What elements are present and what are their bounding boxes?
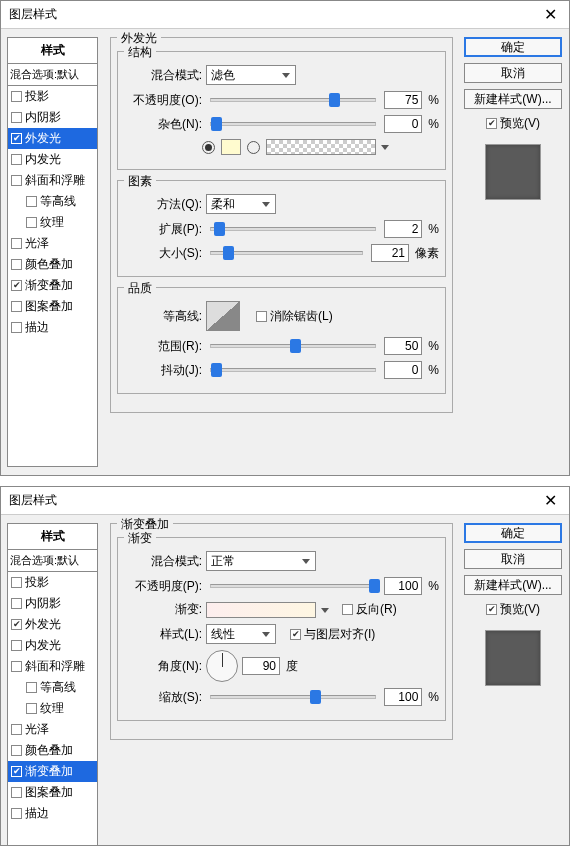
sidebar-item-gradient-overlay[interactable]: 渐变叠加 bbox=[8, 761, 97, 782]
sidebar-item-texture[interactable]: 纹理 bbox=[8, 212, 97, 233]
cancel-button[interactable]: 取消 bbox=[464, 549, 562, 569]
sidebar-item-contour[interactable]: 等高线 bbox=[8, 677, 97, 698]
opacity-label: 不透明度(O): bbox=[124, 92, 202, 109]
checkbox-icon[interactable] bbox=[11, 661, 22, 672]
glow-color-swatch[interactable] bbox=[221, 139, 241, 155]
sidebar-item-outer-glow[interactable]: 外发光 bbox=[8, 614, 97, 635]
sidebar-item-pattern-overlay[interactable]: 图案叠加 bbox=[8, 782, 97, 803]
checkbox-icon[interactable] bbox=[11, 154, 22, 165]
align-checkbox[interactable]: 与图层对齐(I) bbox=[290, 626, 375, 643]
sidebar-item-contour[interactable]: 等高线 bbox=[8, 191, 97, 212]
noise-slider[interactable] bbox=[210, 122, 376, 126]
checkbox-icon[interactable] bbox=[11, 640, 22, 651]
scale-input[interactable]: 100 bbox=[384, 688, 422, 706]
size-slider[interactable] bbox=[210, 251, 363, 255]
checkbox-icon[interactable] bbox=[11, 745, 22, 756]
ok-button[interactable]: 确定 bbox=[464, 523, 562, 543]
blend-mode-select[interactable]: 滤色 bbox=[206, 65, 296, 85]
checkbox-icon[interactable] bbox=[26, 217, 37, 228]
contour-picker[interactable] bbox=[206, 301, 240, 331]
sidebar-item-inner-shadow[interactable]: 内阴影 bbox=[8, 107, 97, 128]
sidebar-blend-defaults[interactable]: 混合选项:默认 bbox=[8, 64, 97, 86]
dialog-title: 图层样式 bbox=[9, 492, 57, 509]
opacity-slider[interactable] bbox=[210, 98, 376, 102]
style-label: 样式(L): bbox=[124, 626, 202, 643]
sidebar-item-gradient-overlay[interactable]: 渐变叠加 bbox=[8, 275, 97, 296]
preview-checkbox[interactable]: 预览(V) bbox=[486, 601, 540, 618]
checkbox-icon[interactable] bbox=[11, 766, 22, 777]
checkbox-icon[interactable] bbox=[11, 322, 22, 333]
spread-input[interactable]: 2 bbox=[384, 220, 422, 238]
checkbox-icon[interactable] bbox=[11, 259, 22, 270]
checkbox-icon[interactable] bbox=[11, 238, 22, 249]
color-radio-solid[interactable] bbox=[202, 141, 215, 154]
sidebar-item-stroke[interactable]: 描边 bbox=[8, 317, 97, 338]
sidebar-item-inner-shadow[interactable]: 内阴影 bbox=[8, 593, 97, 614]
sidebar-item-texture[interactable]: 纹理 bbox=[8, 698, 97, 719]
sidebar-item-outer-glow[interactable]: 外发光 bbox=[8, 128, 97, 149]
preview-checkbox[interactable]: 预览(V) bbox=[486, 115, 540, 132]
checkbox-icon[interactable] bbox=[11, 280, 22, 291]
checkbox-icon[interactable] bbox=[11, 91, 22, 102]
technique-select[interactable]: 柔和 bbox=[206, 194, 276, 214]
checkbox-icon[interactable] bbox=[11, 808, 22, 819]
opacity-input[interactable]: 75 bbox=[384, 91, 422, 109]
checkbox-icon bbox=[486, 604, 497, 615]
checkbox-icon[interactable] bbox=[11, 112, 22, 123]
jitter-slider[interactable] bbox=[210, 368, 376, 372]
sidebar-blend-defaults[interactable]: 混合选项:默认 bbox=[8, 550, 97, 572]
close-icon[interactable]: ✕ bbox=[540, 491, 561, 510]
spread-slider[interactable] bbox=[210, 227, 376, 231]
style-select[interactable]: 线性 bbox=[206, 624, 276, 644]
opacity-slider[interactable] bbox=[210, 584, 376, 588]
anti-alias-checkbox[interactable]: 消除锯齿(L) bbox=[256, 308, 333, 325]
range-slider[interactable] bbox=[210, 344, 376, 348]
blend-mode-label: 混合模式: bbox=[124, 553, 202, 570]
checkbox-icon[interactable] bbox=[26, 682, 37, 693]
checkbox-icon[interactable] bbox=[11, 133, 22, 144]
size-input[interactable]: 21 bbox=[371, 244, 409, 262]
new-style-button[interactable]: 新建样式(W)... bbox=[464, 89, 562, 109]
color-radio-gradient[interactable] bbox=[247, 141, 260, 154]
sidebar-item-drop-shadow[interactable]: 投影 bbox=[8, 572, 97, 593]
sidebar-item-color-overlay[interactable]: 颜色叠加 bbox=[8, 740, 97, 761]
range-input[interactable]: 50 bbox=[384, 337, 422, 355]
cancel-button[interactable]: 取消 bbox=[464, 63, 562, 83]
sidebar-item-inner-glow[interactable]: 内发光 bbox=[8, 149, 97, 170]
glow-gradient-swatch[interactable] bbox=[266, 139, 376, 155]
angle-input[interactable]: 90 bbox=[242, 657, 280, 675]
checkbox-icon bbox=[486, 118, 497, 129]
jitter-input[interactable]: 0 bbox=[384, 361, 422, 379]
reverse-checkbox[interactable]: 反向(R) bbox=[342, 601, 397, 618]
chevron-down-icon[interactable] bbox=[321, 608, 329, 613]
sidebar-item-stroke[interactable]: 描边 bbox=[8, 803, 97, 824]
checkbox-icon[interactable] bbox=[11, 301, 22, 312]
angle-dial[interactable] bbox=[206, 650, 238, 682]
sidebar-item-satin[interactable]: 光泽 bbox=[8, 233, 97, 254]
checkbox-icon[interactable] bbox=[11, 598, 22, 609]
noise-input[interactable]: 0 bbox=[384, 115, 422, 133]
checkbox-icon[interactable] bbox=[11, 577, 22, 588]
sidebar-item-bevel-emboss[interactable]: 斜面和浮雕 bbox=[8, 656, 97, 677]
sidebar-item-satin[interactable]: 光泽 bbox=[8, 719, 97, 740]
checkbox-icon[interactable] bbox=[26, 196, 37, 207]
checkbox-icon[interactable] bbox=[26, 703, 37, 714]
gradient-picker[interactable] bbox=[206, 602, 316, 618]
sidebar-item-drop-shadow[interactable]: 投影 bbox=[8, 86, 97, 107]
sidebar-item-inner-glow[interactable]: 内发光 bbox=[8, 635, 97, 656]
blend-mode-select[interactable]: 正常 bbox=[206, 551, 316, 571]
sidebar-item-pattern-overlay[interactable]: 图案叠加 bbox=[8, 296, 97, 317]
checkbox-icon[interactable] bbox=[11, 175, 22, 186]
checkbox-icon[interactable] bbox=[11, 724, 22, 735]
chevron-down-icon[interactable] bbox=[381, 145, 389, 150]
close-icon[interactable]: ✕ bbox=[540, 5, 561, 24]
ok-button[interactable]: 确定 bbox=[464, 37, 562, 57]
sidebar-item-color-overlay[interactable]: 颜色叠加 bbox=[8, 254, 97, 275]
opacity-input[interactable]: 100 bbox=[384, 577, 422, 595]
checkbox-icon[interactable] bbox=[11, 619, 22, 630]
checkbox-icon[interactable] bbox=[11, 787, 22, 798]
new-style-button[interactable]: 新建样式(W)... bbox=[464, 575, 562, 595]
sidebar-item-bevel-emboss[interactable]: 斜面和浮雕 bbox=[8, 170, 97, 191]
group-gradient: 渐变 混合模式: 正常 不透明度(P): 100 bbox=[117, 537, 446, 721]
scale-slider[interactable] bbox=[210, 695, 376, 699]
